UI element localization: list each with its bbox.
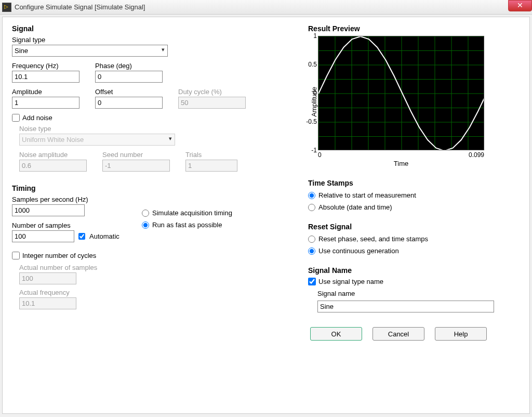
signal-name-input[interactable] [317, 301, 494, 312]
signal-name-label: Signal name [317, 290, 520, 297]
phase-input[interactable] [95, 71, 163, 83]
chart-yticks: 1 0.5 0 -0.5 -1 [301, 36, 317, 150]
signal-name-heading: Signal Name [308, 266, 520, 275]
automatic-checkbox[interactable] [78, 233, 85, 240]
actual-samples-input [19, 272, 76, 284]
timestamps-absolute-label: Absolute (date and time) [318, 203, 392, 211]
chart-xlabel: Time [318, 160, 484, 167]
timestamps-relative-radio[interactable] [308, 192, 315, 199]
amplitude-input[interactable] [12, 97, 79, 109]
reset-phase-label: Reset phase, seed, and time stamps [318, 235, 428, 243]
chart-xticks: 0 0.099 [318, 151, 484, 159]
left-column: Signal Signal type Sine Frequency (Hz) P… [12, 24, 292, 406]
continuous-generation-label: Use continuous generation [318, 247, 399, 255]
integer-cycles-label: Integer number of cycles [22, 252, 96, 259]
duty-cycle-input [178, 97, 246, 109]
samples-per-second-label: Samples per second (Hz) [12, 196, 121, 203]
actual-frequency-input [19, 297, 76, 309]
offset-input[interactable] [95, 97, 163, 109]
result-preview-chart: Amplitude 1 0.5 0 -0.5 -1 0 0.099 Time [308, 36, 520, 167]
timestamps-heading: Time Stamps [308, 179, 520, 187]
app-icon [2, 3, 11, 12]
add-noise-label: Add noise [22, 114, 52, 122]
result-preview-heading: Result Preview [308, 24, 520, 33]
duty-cycle-label: Duty cycle (%) [178, 88, 246, 96]
number-of-samples-input[interactable] [12, 230, 74, 242]
actual-samples-label: Actual number of samples [19, 264, 292, 271]
signal-type-select[interactable]: Sine [12, 45, 168, 57]
integer-cycles-checkbox[interactable] [12, 252, 20, 259]
actual-frequency-label: Actual frequency [19, 289, 292, 296]
amplitude-label: Amplitude [12, 88, 79, 96]
seed-number-label: Seed number [102, 151, 170, 159]
chart-canvas [318, 36, 484, 150]
signal-heading: Signal [12, 24, 292, 33]
continuous-generation-radio[interactable] [308, 247, 315, 255]
seed-number-input [102, 160, 170, 172]
use-signal-type-name-label: Use signal type name [318, 278, 383, 285]
noise-amplitude-label: Noise amplitude [19, 151, 87, 159]
frequency-input[interactable] [12, 71, 79, 83]
frequency-label: Frequency (Hz) [12, 62, 79, 70]
window-title: Configure Simulate Signal [Simulate Sign… [15, 3, 145, 11]
run-fast-radio[interactable] [142, 221, 149, 229]
automatic-label: Automatic [89, 232, 119, 240]
help-button[interactable]: Help [435, 327, 487, 341]
noise-type-label: Noise type [19, 125, 292, 133]
trials-input [185, 160, 237, 172]
offset-label: Offset [95, 88, 163, 96]
dialog-buttons: OK Cancel Help [308, 327, 520, 341]
simulate-timing-label: Simulate acquisition timing [152, 209, 232, 217]
noise-type-select: Uniform White Noise [19, 134, 175, 146]
noise-amplitude-input [19, 160, 87, 172]
simulate-timing-radio[interactable] [142, 210, 149, 217]
dialog-body: Signal Signal type Sine Frequency (Hz) P… [2, 17, 530, 414]
right-column: Result Preview Amplitude 1 0.5 0 -0.5 -1… [308, 24, 520, 406]
run-fast-label: Run as fast as possible [152, 221, 222, 229]
use-signal-type-name-checkbox[interactable] [308, 278, 316, 285]
signal-type-label: Signal type [12, 36, 292, 44]
add-noise-checkbox[interactable] [12, 114, 20, 122]
timing-heading: Timing [12, 184, 292, 192]
cancel-button[interactable]: Cancel [373, 327, 424, 341]
reset-phase-radio[interactable] [308, 236, 315, 243]
reset-signal-heading: Reset Signal [308, 223, 520, 231]
close-button[interactable]: ✕ [508, 0, 532, 11]
timestamps-absolute-radio[interactable] [308, 204, 315, 211]
phase-label: Phase (deg) [95, 62, 163, 70]
number-of-samples-label: Number of samples [12, 221, 121, 229]
ok-button[interactable]: OK [310, 327, 362, 341]
samples-per-second-input[interactable] [12, 204, 85, 216]
trials-label: Trials [185, 151, 237, 159]
title-bar: Configure Simulate Signal [Simulate Sign… [0, 0, 532, 15]
timestamps-relative-label: Relative to start of measurement [318, 191, 416, 199]
